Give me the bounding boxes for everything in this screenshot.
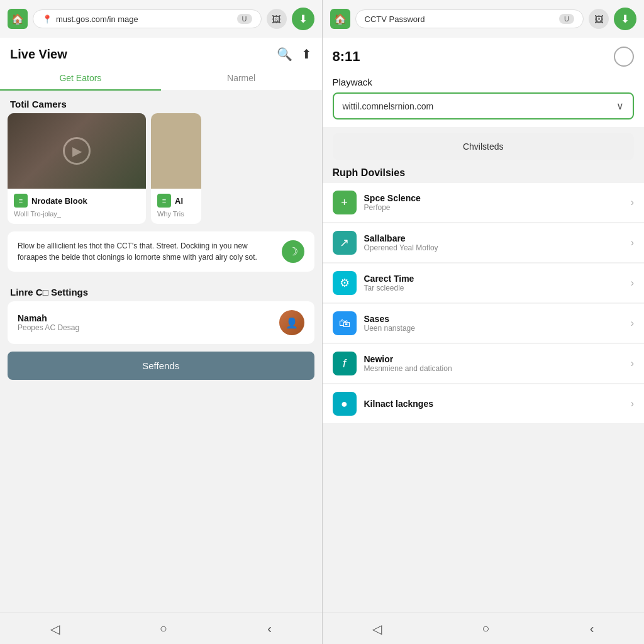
menu-item-0[interactable]: + Spce Sclence Perfope › — [323, 183, 645, 223]
menu-icon-0: + — [333, 191, 357, 214]
menu-name-4: Newior — [364, 354, 623, 364]
menu-sub-1: Operened Yeal Mofloy — [364, 243, 623, 252]
toggle-button[interactable]: ☽ — [282, 240, 304, 263]
right-download-btn[interactable]: ⬇ — [614, 8, 636, 30]
upload-icon[interactable]: ⬆ — [301, 47, 312, 62]
left-bottom-nav: ◁ ○ ‹ — [0, 613, 322, 644]
menu-item-4[interactable]: f Newior Mesnmiene and datication › — [323, 344, 645, 384]
chevron-icon-4: › — [631, 358, 634, 369]
location-icon: 📍 — [42, 14, 52, 24]
cam-name-1: Nrodate Blook — [31, 196, 87, 206]
back-icon-left[interactable]: ◁ — [50, 621, 60, 636]
menu-name-5: Kilnact lacknges — [364, 399, 623, 409]
menu-item-1[interactable]: ↗ Sallalbare Operened Yeal Mofloy › — [323, 223, 645, 263]
right-bottom-nav: ◁ ○ ‹ — [323, 613, 645, 644]
menu-icon-4: f — [333, 352, 357, 375]
playback-section: Playwack wittil.comnelsrnion.com ∨ — [323, 72, 645, 127]
live-view-header: Live View 🔍 ⬆ — [0, 38, 322, 67]
menu-sub-2: Tar scleedle — [364, 284, 623, 292]
menu-name-1: Sallalbare — [364, 233, 623, 243]
notification-text: Rlow be allliclient les thot the CCT's t… — [18, 240, 275, 263]
menu-sub-3: Ueen nanstage — [364, 324, 623, 333]
left-download-btn[interactable]: ⬇ — [292, 8, 314, 30]
menu-name-3: Sases — [364, 314, 623, 324]
right-header: 8:11 — [323, 38, 645, 72]
cam-icon-2: ≡ — [157, 194, 171, 208]
menu-item-5[interactable]: ● Kilnact lacknges › — [323, 384, 645, 424]
camera-grid: ▶ ≡ Nrodate Blook Wolll Tro-jolay_ ≡ Al — [0, 113, 322, 231]
playback-dropdown[interactable]: wittil.comnelsrnion.com ∨ — [333, 92, 635, 119]
home-icon-left[interactable]: ○ — [160, 621, 167, 636]
menu-item-3[interactable]: 🛍 Sases Ueen nanstage › — [323, 304, 645, 343]
cam-sub-1: Wolll Tro-jolay_ — [8, 210, 146, 224]
camera-thumb-2 — [151, 113, 201, 189]
tab-narmel[interactable]: Narmel — [161, 67, 322, 91]
left-address-text: must.gos.com/in mage — [56, 14, 233, 24]
left-address-bar[interactable]: 📍 must.gos.com/in mage U — [33, 9, 262, 28]
chvilsteds-button[interactable]: Chvilsteds — [333, 133, 635, 160]
right-address-bar[interactable]: CCTV Password U — [355, 9, 584, 28]
seffends-button[interactable]: Seffends — [8, 352, 314, 380]
right-browser-home-icon[interactable]: 🏠 — [330, 9, 350, 29]
recent-icon-left[interactable]: ‹ — [267, 621, 272, 636]
camera-card-1[interactable]: ▶ ≡ Nrodate Blook Wolll Tro-jolay_ — [8, 113, 146, 224]
chevron-icon-1: › — [631, 237, 634, 248]
menu-icon-2: ⚙ — [333, 271, 357, 295]
menu-icon-1: ↗ — [333, 231, 357, 255]
left-browser-home-icon[interactable]: 🏠 — [8, 9, 28, 29]
menu-sub-4: Mesnmiene and datication — [364, 364, 623, 373]
recent-icon-right[interactable]: ‹ — [590, 621, 594, 636]
profile-row: Namah Peopes AC Desag 👤 — [18, 310, 304, 335]
chevron-icon-0: › — [631, 197, 634, 208]
profile-sub: Peopes AC Desag — [18, 323, 79, 332]
tabs-row: Get Eators Narmel — [0, 67, 322, 91]
cam-name-2: Al — [175, 196, 183, 206]
cameras-section-title: Totil Camers — [0, 91, 322, 113]
dropdown-arrow-icon: ∨ — [616, 100, 624, 112]
menu-item-2[interactable]: ⚙ Carect Time Tar scleedle › — [323, 264, 645, 303]
menu-list: + Spce Sclence Perfope › ↗ Sallalbare Op… — [323, 183, 645, 424]
chevron-icon-5: › — [631, 398, 634, 409]
menu-icon-3: 🛍 — [333, 311, 357, 335]
chevron-icon-2: › — [631, 277, 634, 289]
playback-label: Playwack — [333, 72, 635, 92]
dropdown-value: wittil.comnelsrnion.com — [343, 101, 434, 111]
camera-card-2[interactable]: ≡ Al Why Tris — [151, 113, 201, 224]
settings-section-title: Linre C□ Settings — [0, 279, 322, 301]
home-icon-right[interactable]: ○ — [482, 621, 489, 636]
tab-get-eators[interactable]: Get Eators — [0, 67, 161, 91]
menu-icon-5: ● — [333, 392, 357, 416]
time-display: 8:11 — [333, 48, 360, 65]
live-view-title: Live View — [10, 47, 67, 62]
settings-section: Namah Peopes AC Desag 👤 — [8, 301, 314, 344]
search-icon[interactable]: 🔍 — [277, 47, 292, 62]
ruph-section-title: Ruph Dovilsies — [323, 160, 645, 182]
right-action1[interactable]: 🖼 — [589, 9, 609, 29]
back-icon-right[interactable]: ◁ — [372, 621, 382, 636]
left-action1[interactable]: 🖼 — [267, 9, 287, 29]
profile-name: Namah — [18, 313, 79, 323]
left-addr-badge: U — [237, 14, 252, 24]
right-addr-badge: U — [559, 14, 574, 24]
chevron-icon-3: › — [631, 318, 634, 329]
avatar: 👤 — [279, 310, 304, 335]
menu-name-0: Spce Sclence — [364, 193, 623, 203]
menu-sub-0: Perfope — [364, 203, 623, 212]
menu-name-2: Carect Time — [364, 274, 623, 284]
circle-icon — [614, 47, 634, 67]
right-address-text: CCTV Password — [365, 14, 556, 24]
camera-thumb-1: ▶ — [8, 113, 146, 189]
cam-sub-2: Why Tris — [151, 210, 201, 224]
cam-icon-1: ≡ — [14, 194, 28, 208]
notification-box: Rlow be allliclient les thot the CCT's t… — [8, 231, 314, 272]
